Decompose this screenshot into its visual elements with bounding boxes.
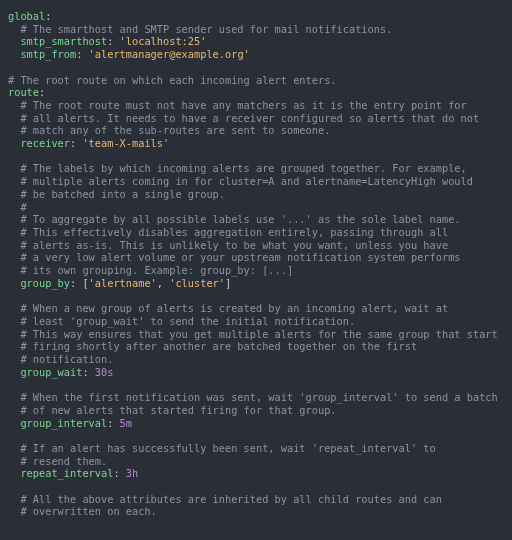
code-token: ] — [225, 277, 231, 289]
code-token: # a very low alert volume or your upstre… — [8, 251, 461, 263]
code-token: smtp_smarthost — [8, 35, 107, 47]
code-token: , — [157, 277, 169, 289]
code-token: : — [82, 366, 94, 378]
code-token: # resend them. — [8, 455, 107, 467]
code-token: # multiple alerts coming in for cluster=… — [8, 175, 473, 187]
code-token: route — [8, 86, 39, 98]
code-token: group_interval — [8, 417, 107, 429]
code-token: # alerts as-is. This is unlikely to be w… — [8, 239, 448, 251]
code-token: : — [76, 48, 88, 60]
code-token: : — [70, 137, 82, 149]
code-token: : — [107, 417, 119, 429]
code-token: smtp_from — [8, 48, 76, 60]
code-token: group_wait — [8, 366, 82, 378]
code-token: # When a new group of alerts is created … — [8, 302, 448, 314]
code-token: receiver — [8, 137, 70, 149]
code-token: # When the first notification was sent, … — [8, 391, 498, 403]
code-token: group_by — [8, 277, 70, 289]
code-token: # notification. — [8, 353, 113, 365]
code-token: 3h — [126, 467, 138, 479]
code-token: # overwritten on each. — [8, 505, 157, 517]
code-token: # The smarthost and SMTP sender used for… — [8, 23, 392, 35]
code-token: : — [107, 35, 119, 47]
code-token: # This effectively disables aggregation … — [8, 226, 448, 238]
code-token: # least 'group_wait' to send the initial… — [8, 315, 355, 327]
code-token: # — [8, 201, 27, 213]
code-token: : — [39, 86, 45, 98]
code-token: 30s — [95, 366, 114, 378]
code-token: # match any of the sub-routes are sent t… — [8, 124, 330, 136]
code-token: : [ — [70, 277, 89, 289]
code-token: # The root route on which each incoming … — [8, 74, 337, 86]
code-token: # The root route must not have any match… — [8, 99, 467, 111]
code-token: global — [8, 10, 45, 22]
code-token: # The labels by which incoming alerts ar… — [8, 162, 467, 174]
code-token: 'cluster' — [169, 277, 225, 289]
code-token: # be batched into a single group. — [8, 188, 225, 200]
code-token: # its own grouping. Example: group_by: [… — [8, 264, 293, 276]
code-token: # This way ensures that you get multiple… — [8, 328, 498, 340]
code-token: 'alertname' — [89, 277, 157, 289]
code-token: repeat_interval — [8, 467, 113, 479]
code-token: # of new alerts that started firing for … — [8, 404, 337, 416]
code-token: : — [113, 467, 125, 479]
yaml-config-code: global: # The smarthost and SMTP sender … — [0, 0, 512, 528]
code-token: 5m — [120, 417, 132, 429]
code-token: # firing shortly after another are batch… — [8, 340, 417, 352]
code-token: # all alerts. It needs to have a receive… — [8, 112, 479, 124]
code-token: 'team-X-mails' — [82, 137, 169, 149]
code-token: # To aggregate by all possible labels us… — [8, 213, 461, 225]
code-token: # All the above attributes are inherited… — [8, 493, 442, 505]
code-token: : — [45, 10, 51, 22]
code-token: 'alertmanager@example.org' — [89, 48, 250, 60]
code-token: 'localhost:25' — [120, 35, 207, 47]
code-token: # If an alert has successfully been sent… — [8, 442, 436, 454]
